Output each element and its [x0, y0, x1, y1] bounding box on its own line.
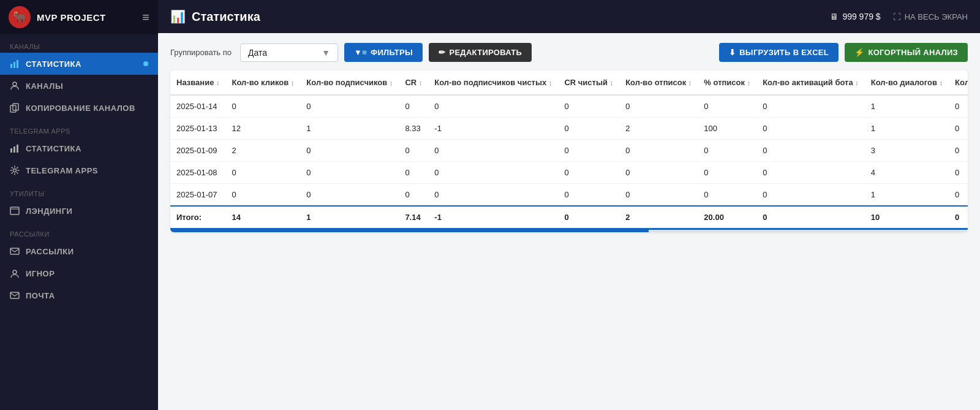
svg-rect-14: [10, 248, 19, 254]
cell-subs_clean: -1: [428, 118, 558, 140]
col-dialogs[interactable]: Кол-во диалогов ↕: [865, 70, 949, 95]
fullscreen-icon: ⛶: [893, 12, 901, 21]
sidebar-item-stat-tg[interactable]: СТАТИСТИКА: [0, 137, 158, 159]
filter-icon: ▼≡: [354, 48, 367, 57]
controls-row: Группировать по Дата ▼ ▼≡ ФИЛЬТРЫ ✏ РЕДА…: [170, 43, 968, 62]
main-area: 📊 Статистика 🖥 999 979 $ ⛶ НА ВЕСЬ ЭКРАН…: [158, 0, 980, 410]
sidebar-item-landings-label: ЛЭНДИНГИ: [26, 207, 72, 216]
balance-icon: 🖥: [830, 12, 839, 21]
filter-button[interactable]: ▼≡ ФИЛЬТРЫ: [344, 43, 423, 62]
topbar-fullscreen-btn[interactable]: ⛶ НА ВЕСЬ ЭКРАН: [893, 12, 968, 21]
cell-subs: 0: [300, 140, 399, 162]
sidebar-item-ignore-label: ИГНОР: [26, 269, 55, 278]
app-logo: 🐂: [9, 6, 31, 28]
sidebar-item-landings[interactable]: ЛЭНДИНГИ: [0, 200, 158, 222]
sidebar-item-stat-channels[interactable]: СТАТИСТИКА: [0, 53, 158, 75]
chart-icon: [10, 59, 20, 69]
svg-point-5: [13, 82, 17, 86]
fullscreen-label: НА ВЕСЬ ЭКРАН: [905, 12, 968, 21]
cell-bot_act: 0: [756, 140, 865, 162]
total-regs: 0: [949, 206, 968, 229]
cell-dialogs: 1: [865, 184, 949, 207]
cell-cr: 0: [399, 140, 428, 162]
sidebar-item-copy-channels[interactable]: КОПИРОВАНИЕ КАНАЛОВ: [0, 97, 158, 119]
cell-bot_act: 0: [756, 95, 865, 118]
svg-rect-3: [13, 62, 15, 68]
total-bot_act: 0: [756, 206, 865, 229]
col-subs-clean[interactable]: Кол-во подписчиков чистых ↕: [428, 70, 558, 95]
cell-bot_act: 0: [756, 184, 865, 207]
col-unsubs-pct[interactable]: % отписок ↕: [698, 70, 756, 95]
date-select[interactable]: Дата ▼: [240, 44, 338, 62]
cell-unsubs: 0: [619, 184, 698, 207]
cell-cr_clean: 0: [558, 140, 619, 162]
col-cr[interactable]: CR ↕: [399, 70, 428, 95]
cell-unsubs_pct: 0: [698, 162, 756, 184]
sidebar-header: 🐂 MVP PROJECT ≡: [0, 0, 158, 34]
cell-unsubs_pct: 0: [698, 184, 756, 207]
cell-regs: 0: [949, 118, 968, 140]
cell-regs: 0: [949, 95, 968, 118]
svg-rect-16: [10, 292, 19, 298]
cohort-button[interactable]: ⚡ КОГОРТНЫЙ АНАЛИЗ: [845, 43, 968, 62]
sidebar-item-email[interactable]: ПОЧТА: [0, 284, 158, 306]
col-subs[interactable]: Кол-во подписчиков ↕: [300, 70, 399, 95]
col-clicks[interactable]: Кол-во кликов ↕: [226, 70, 301, 95]
total-cr: 7.14: [399, 206, 428, 229]
sidebar-item-ignore[interactable]: ИГНОР: [0, 262, 158, 284]
ignore-icon: [10, 268, 20, 278]
cell-dialogs: 1: [865, 118, 949, 140]
sidebar-item-copy-channels-label: КОПИРОВАНИЕ КАНАЛОВ: [26, 104, 135, 113]
sidebar: 🐂 MVP PROJECT ≡ Каналы СТАТИСТИКА КАНАЛЫ…: [0, 0, 158, 410]
total-row: Итого:1417.14-10220.000100: [170, 206, 968, 229]
sidebar-item-mailings-label: РАССЫЛКИ: [26, 247, 74, 256]
cell-clicks: 2: [226, 140, 301, 162]
col-name[interactable]: Название ↕: [170, 70, 226, 95]
total-dialogs: 10: [865, 206, 949, 229]
col-unsubs[interactable]: Кол-во отписок ↕: [619, 70, 698, 95]
cell-unsubs: 2: [619, 118, 698, 140]
sidebar-item-mailings[interactable]: РАССЫЛКИ: [0, 240, 158, 262]
excel-button[interactable]: ⬇ ВЫГРУЗИТЬ В EXCEL: [719, 43, 839, 62]
cell-clicks: 0: [226, 162, 301, 184]
cohort-button-label: КОГОРТНЫЙ АНАЛИЗ: [868, 48, 958, 57]
cell-clicks: 0: [226, 184, 301, 207]
col-regs[interactable]: Кол-во регистраций ↕: [949, 70, 968, 95]
hamburger-icon[interactable]: ≡: [142, 10, 149, 25]
cell-name: 2025-01-09: [170, 140, 226, 162]
cell-subs_clean: 0: [428, 184, 558, 207]
sidebar-item-channels-label: КАНАЛЫ: [26, 82, 63, 91]
col-cr-clean[interactable]: CR чистый ↕: [558, 70, 619, 95]
cell-subs_clean: 0: [428, 95, 558, 118]
section-channels-label: Каналы: [0, 34, 158, 53]
svg-text:🐂: 🐂: [13, 10, 27, 24]
cell-unsubs_pct: 0: [698, 95, 756, 118]
copy-icon: [10, 103, 20, 113]
email-icon: [10, 290, 20, 300]
cell-subs: 0: [300, 184, 399, 207]
total-subs_clean: -1: [428, 206, 558, 229]
sidebar-item-channels[interactable]: КАНАЛЫ: [0, 75, 158, 97]
cell-cr: 0: [399, 95, 428, 118]
cell-dialogs: 1: [865, 95, 949, 118]
cell-subs: 0: [300, 95, 399, 118]
cell-cr: 8.33: [399, 118, 428, 140]
col-bot-act[interactable]: Кол-во активаций бота ↕: [756, 70, 865, 95]
cell-cr: 0: [399, 184, 428, 207]
cell-subs_clean: 0: [428, 140, 558, 162]
total-label: Итого:: [170, 206, 226, 229]
topbar-balance: 🖥 999 979 $: [830, 12, 880, 21]
active-indicator: [143, 61, 148, 66]
edit-button[interactable]: ✏ РЕДАКТИРОВАТЬ: [429, 43, 532, 62]
cell-regs: 0: [949, 184, 968, 207]
settings-icon: [10, 165, 20, 175]
scroll-indicator: [170, 230, 968, 232]
cell-cr_clean: 0: [558, 118, 619, 140]
svg-rect-10: [17, 145, 18, 153]
sidebar-item-telegram-apps[interactable]: TELEGRAM APPS: [0, 159, 158, 181]
cell-subs: 1: [300, 118, 399, 140]
topbar: 📊 Статистика 🖥 999 979 $ ⛶ НА ВЕСЬ ЭКРАН: [158, 0, 980, 33]
cell-name: 2025-01-07: [170, 184, 226, 207]
svg-rect-4: [17, 60, 18, 68]
cell-unsubs_pct: 100: [698, 118, 756, 140]
